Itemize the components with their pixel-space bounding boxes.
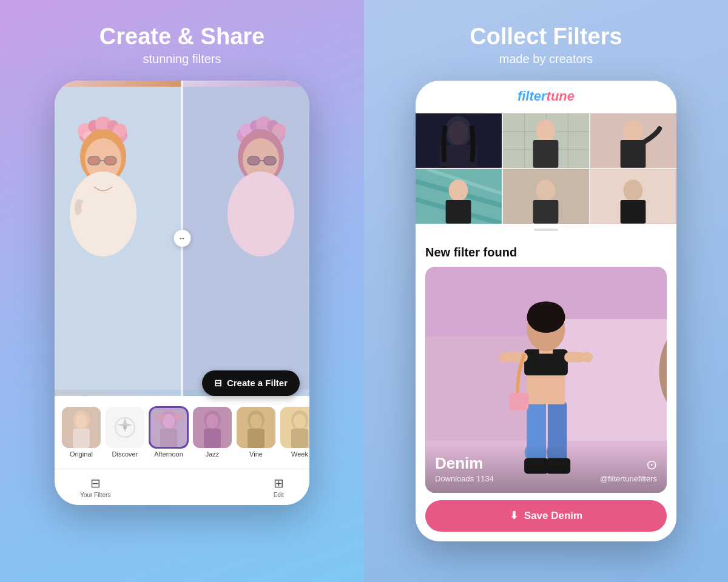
- photo-right-half: [182, 81, 309, 396]
- filter-preview-overlay: Denim Downloads 1134 ⊙ @filtertunefilter…: [425, 444, 667, 493]
- svg-rect-79: [446, 200, 471, 224]
- filter-label-original: Original: [70, 450, 93, 458]
- phone-bottom-nav: ⊟ Your Filters ⊞ Edit: [55, 469, 309, 505]
- svg-rect-106: [510, 393, 529, 410]
- edit-icon: ⊞: [274, 476, 284, 490]
- filter-item-original[interactable]: Original: [62, 407, 101, 458]
- svg-point-81: [536, 179, 556, 201]
- svg-point-84: [624, 179, 643, 201]
- left-title: Create & Share: [99, 24, 265, 50]
- svg-point-100: [499, 352, 511, 362]
- svg-point-31: [228, 172, 294, 256]
- svg-point-68: [536, 119, 556, 141]
- filter-preview-info: Denim Downloads 1134: [435, 454, 494, 483]
- your-filters-label: Your Filters: [80, 492, 110, 498]
- svg-rect-12: [104, 156, 116, 165]
- left-subtitle: stunning filters: [99, 52, 265, 66]
- pull-bar: [534, 229, 558, 231]
- filter-label-jazz: Jazz: [206, 450, 220, 458]
- svg-rect-85: [621, 200, 646, 224]
- filter-item-jazz[interactable]: Jazz: [193, 407, 232, 458]
- filter-preview-image: Denim Downloads 1134 ⊙ @filtertunefilter…: [425, 267, 667, 493]
- grid-photo-6: [590, 169, 676, 224]
- nav-item-edit[interactable]: ⊞ Edit: [274, 476, 284, 498]
- instagram-icon: ⊙: [600, 457, 657, 473]
- filter-item-afternoon[interactable]: Afternoon: [149, 407, 188, 458]
- your-filters-icon: ⊟: [90, 476, 101, 490]
- create-filter-icon: ⊟: [214, 378, 222, 389]
- filter-label-discover: Discover: [112, 450, 138, 458]
- photo-divider: ↔: [181, 81, 183, 396]
- photo-left-half: [55, 81, 182, 396]
- svg-rect-42: [160, 429, 177, 448]
- svg-rect-82: [533, 200, 559, 224]
- svg-point-38: [123, 426, 127, 429]
- filter-thumb-vine: [237, 407, 275, 448]
- right-title: Collect Filters: [470, 24, 622, 50]
- svg-rect-35: [73, 429, 90, 448]
- nav-item-your-filters[interactable]: ⊟ Your Filters: [80, 476, 110, 498]
- new-filter-title: New filter found: [425, 246, 667, 259]
- filter-label-week: Week: [291, 450, 308, 458]
- save-button[interactable]: ⬇ Save Denim: [425, 500, 667, 532]
- app-header: filtertune: [416, 81, 676, 113]
- svg-point-78: [449, 179, 468, 201]
- app-name-part1: filter: [517, 89, 547, 104]
- save-icon: ⬇: [510, 509, 518, 522]
- filter-label-afternoon: Afternoon: [154, 450, 183, 458]
- svg-rect-52: [248, 429, 265, 448]
- grid-photo-2: [503, 113, 589, 168]
- left-panel: Create & Share stunning filters: [0, 0, 364, 582]
- filter-thumb-week: [280, 407, 309, 448]
- svg-rect-11: [88, 156, 100, 165]
- svg-point-59: [449, 121, 468, 145]
- left-header: Create & Share stunning filters: [99, 24, 265, 66]
- svg-point-47: [206, 414, 218, 429]
- pull-indicator: [416, 224, 676, 236]
- photo-container: ↔: [55, 81, 309, 396]
- app-logo: filtertune: [517, 89, 575, 104]
- svg-rect-28: [264, 156, 276, 165]
- edit-label: Edit: [274, 492, 284, 498]
- filter-item-discover[interactable]: Discover: [106, 407, 144, 458]
- phone-right: filtertune: [416, 81, 676, 541]
- svg-point-51: [250, 414, 262, 429]
- svg-point-72: [624, 119, 643, 141]
- svg-point-101: [581, 352, 593, 362]
- create-filter-label: Create a Filter: [227, 378, 288, 388]
- svg-rect-96: [527, 371, 565, 404]
- grid-photo-4: [416, 169, 502, 224]
- new-filter-section: New filter found: [416, 236, 676, 541]
- right-subtitle: made by creators: [470, 52, 622, 66]
- svg-rect-48: [204, 429, 221, 448]
- svg-rect-69: [533, 140, 559, 168]
- grid-photo-3: [590, 113, 676, 168]
- svg-point-34: [75, 414, 87, 429]
- filter-thumb-jazz: [193, 407, 232, 448]
- grid-photo-5: [503, 169, 589, 224]
- filter-thumb-discover: [106, 407, 144, 448]
- filter-thumb-original: [62, 407, 101, 448]
- create-filter-button[interactable]: ⊟ Create a Filter: [202, 370, 300, 396]
- filter-item-vine[interactable]: Vine: [237, 407, 275, 458]
- svg-point-43: [156, 413, 164, 420]
- phone-left: ↔ ⊟ Create a Filter Original: [55, 81, 309, 505]
- filter-label-vine: Vine: [249, 450, 263, 458]
- filter-downloads: Downloads 1134: [435, 474, 494, 483]
- photo-grid: [416, 113, 676, 224]
- divider-arrow: ↔: [174, 230, 190, 247]
- right-header: Collect Filters made by creators: [470, 24, 622, 66]
- filter-item-week[interactable]: Week: [280, 407, 309, 458]
- instagram-handle: @filtertunefilters: [600, 474, 657, 483]
- save-label: Save Denim: [524, 510, 582, 522]
- svg-point-105: [527, 301, 565, 333]
- filter-instagram: ⊙ @filtertunefilters: [600, 457, 657, 483]
- svg-point-44: [174, 413, 183, 420]
- filter-thumb-afternoon: [149, 407, 188, 448]
- svg-point-41: [163, 414, 175, 429]
- filter-strip: Original Discover: [55, 396, 309, 469]
- app-name-part2: tune: [547, 89, 575, 104]
- right-panel: Collect Filters made by creators filtert…: [364, 0, 728, 582]
- filter-name: Denim: [435, 454, 494, 473]
- svg-point-55: [294, 414, 306, 429]
